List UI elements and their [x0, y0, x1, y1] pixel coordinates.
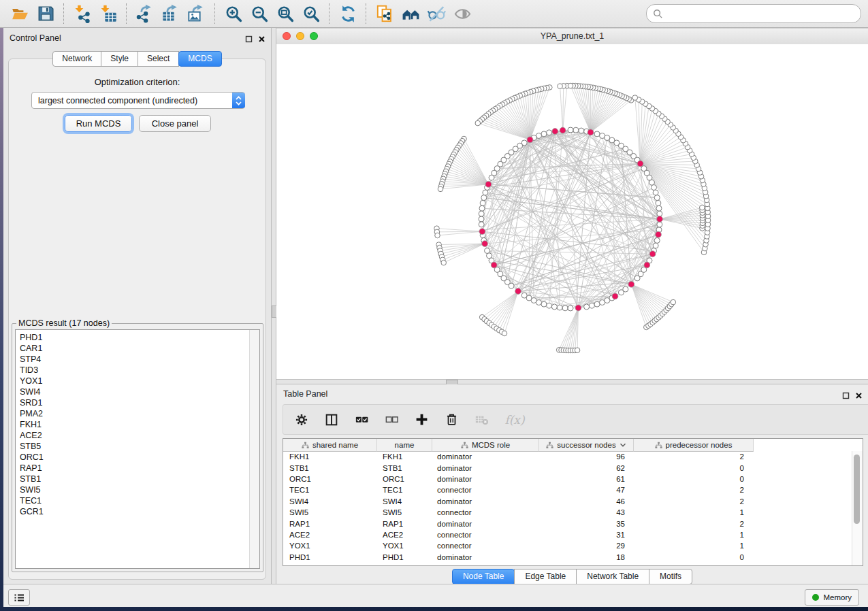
mcds-result-item[interactable]: STP4 [20, 354, 246, 365]
zoom-in-button[interactable] [222, 3, 245, 24]
fx-button[interactable]: f(x) [503, 411, 526, 429]
node-table[interactable]: shared namenameMCDS rolesuccessor nodesp… [283, 438, 863, 566]
zoom-out-button[interactable] [248, 3, 271, 24]
column-header-shared-name[interactable]: shared name [283, 439, 377, 452]
horizontal-splitter[interactable] [276, 379, 868, 384]
table-row[interactable]: ACE2ACE2connector311 [283, 529, 852, 540]
table-row[interactable]: SWI5SWI5connector431 [283, 507, 852, 518]
column-type-icon [655, 442, 662, 449]
mcds-result-item[interactable]: SWI4 [20, 386, 246, 397]
mcds-result-item[interactable]: GCR1 [20, 506, 246, 517]
tab-mcds[interactable]: MCDS [178, 51, 221, 67]
tab-edge-table[interactable]: Edge Table [514, 569, 577, 584]
application-window: Control Panel NetworkStyleSelectMCDS Opt… [0, 0, 868, 611]
table-cell: 18 [537, 553, 631, 561]
table-row[interactable]: ORC1ORC1dominator610 [283, 474, 852, 484]
mcds-list-scrollbar[interactable] [249, 330, 259, 568]
table-row[interactable]: PHD1PHD1dominator180 [283, 552, 852, 563]
run-mcds-button[interactable]: Run MCDS [65, 115, 132, 132]
table-options-button[interactable] [293, 411, 310, 429]
copy-style-button[interactable] [373, 3, 396, 24]
table-row[interactable]: SWI4SWI4dominator462 [283, 496, 852, 507]
tab-motifs[interactable]: Motifs [649, 569, 692, 584]
column-header-MCDS-role[interactable]: MCDS role [432, 439, 539, 452]
optimization-criterion-label: Optimization criterion: [9, 77, 266, 87]
select-all-button[interactable] [353, 411, 370, 429]
mcds-result-item[interactable]: SWI5 [20, 484, 246, 495]
tab-select[interactable]: Select [138, 51, 179, 67]
close-panel-button[interactable]: Close panel [139, 115, 211, 132]
mcds-result-item[interactable]: PMA2 [20, 408, 246, 419]
memory-button[interactable]: Memory [805, 589, 859, 606]
deselect-all-icon [384, 412, 400, 427]
table-row[interactable]: STB1STB1dominator620 [283, 462, 852, 473]
delete-row-button[interactable] [443, 411, 460, 429]
save-session-button[interactable] [34, 3, 57, 24]
vertical-splitter[interactable] [271, 28, 276, 584]
tab-network[interactable]: Network [52, 51, 101, 67]
search-box[interactable] [646, 4, 861, 23]
table-row[interactable]: TEC1TEC1connector472 [283, 484, 852, 495]
table-scrollbar[interactable] [852, 451, 863, 565]
table-row[interactable]: FKH1FKH1dominator962 [283, 451, 852, 462]
status-bar: Memory [3, 584, 868, 607]
mcds-result-item[interactable]: CAR1 [20, 343, 246, 354]
table-scrollbar-thumb[interactable] [854, 455, 860, 524]
mcds-panel: Optimization criterion: largest connecte… [8, 59, 266, 580]
criterion-dropdown[interactable]: largest connected component (undirected) [31, 92, 245, 109]
import-table-button[interactable] [97, 3, 120, 24]
mcds-result-item[interactable]: ORC1 [20, 452, 246, 463]
tab-node-table[interactable]: Node Table [452, 569, 515, 584]
mcds-result-item[interactable]: ACE2 [20, 430, 246, 441]
export-network-icon [135, 4, 155, 23]
mcds-result-item[interactable]: TEC1 [20, 495, 246, 506]
network-titlebar[interactable]: YPA_prune.txt_1 [276, 28, 868, 45]
mcds-result-item[interactable]: RAP1 [20, 463, 246, 474]
tab-style[interactable]: Style [101, 51, 138, 67]
float-panel-icon[interactable] [245, 33, 253, 46]
mcds-result-item[interactable]: STB1 [20, 474, 246, 484]
deselect-all-button[interactable] [383, 411, 400, 429]
export-table-button[interactable] [159, 3, 182, 24]
zoom-selected-button[interactable] [300, 3, 323, 24]
import-network-button[interactable] [71, 3, 94, 24]
first-neighbors-button[interactable] [399, 3, 422, 24]
mcds-result-item[interactable]: YOX1 [20, 376, 246, 386]
table-row[interactable]: RAP1RAP1dominator352 [283, 518, 852, 529]
table-cell: 96 [537, 452, 631, 461]
table-cell: dominator [431, 452, 537, 461]
network-graph[interactable] [276, 44, 868, 379]
float-panel-icon[interactable] [842, 390, 850, 402]
mcds-result-item[interactable]: TID3 [20, 365, 246, 376]
tab-network-table[interactable]: Network Table [576, 569, 649, 584]
network-canvas[interactable] [276, 44, 868, 379]
column-header-successor-nodes[interactable]: successor nodes [539, 439, 634, 452]
table-cell: STB1 [376, 464, 431, 472]
add-row-icon [415, 412, 429, 427]
mcds-result-item[interactable]: STB5 [20, 441, 246, 452]
table-cell: dominator [431, 497, 537, 506]
show-all-button[interactable] [451, 3, 474, 24]
table-cell: YOX1 [283, 542, 376, 550]
refresh-layout-button[interactable] [336, 3, 359, 24]
close-panel-icon[interactable] [855, 390, 863, 402]
column-header-name[interactable]: name [377, 439, 432, 452]
task-history-button[interactable] [8, 589, 30, 606]
hide-selected-button[interactable] [425, 3, 448, 24]
zoom-fit-button[interactable] [274, 3, 297, 24]
show-columns-button[interactable] [323, 411, 340, 429]
export-network-button[interactable] [133, 3, 157, 24]
close-panel-icon[interactable] [258, 33, 266, 46]
add-row-button[interactable] [413, 411, 430, 429]
open-file-button[interactable] [8, 3, 31, 24]
table-cell: connector [431, 508, 537, 516]
search-input[interactable] [663, 8, 854, 19]
table-row[interactable]: YOX1YOX1connector291 [283, 540, 852, 551]
column-header-predecessor-nodes[interactable]: predecessor nodes [634, 439, 754, 452]
mcds-result-item[interactable]: PHD1 [20, 332, 246, 343]
delete-table-button[interactable] [473, 411, 489, 429]
export-image-button[interactable] [185, 3, 208, 24]
mcds-result-item[interactable]: SRD1 [20, 397, 246, 408]
main-toolbar-row [0, 0, 868, 28]
mcds-result-item[interactable]: FKH1 [20, 419, 246, 430]
